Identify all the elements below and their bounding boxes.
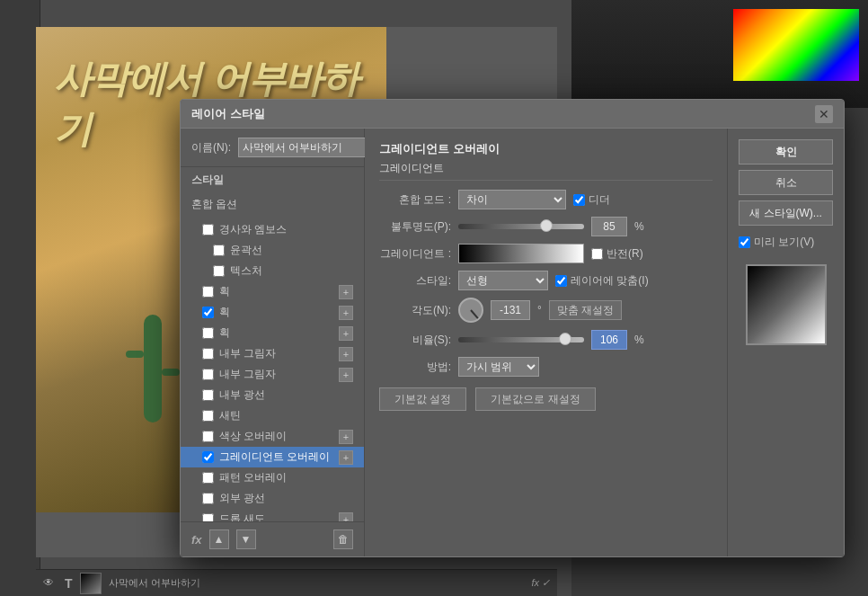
- angle-input[interactable]: [491, 300, 530, 320]
- scale-slider-thumb[interactable]: [559, 333, 571, 345]
- style-item-outer-glow[interactable]: 외부 광선: [181, 488, 364, 509]
- drop-shadow-checkbox[interactable]: [202, 513, 214, 521]
- style-item-texture[interactable]: 텍스처: [181, 261, 364, 281]
- dialog-close-button[interactable]: ✕: [815, 105, 833, 123]
- layer-visibility-icon[interactable]: 👁: [43, 576, 58, 591]
- method-select[interactable]: 가시 범위: [458, 357, 539, 377]
- contour-checkbox[interactable]: [213, 245, 225, 256]
- set-default-button[interactable]: 기본값 설정: [379, 387, 466, 411]
- scale-label: 비율(S):: [379, 333, 451, 348]
- gradient-overlay-checkbox[interactable]: [202, 451, 214, 463]
- blend-mode-select[interactable]: 차이: [458, 190, 566, 209]
- move-up-button[interactable]: ▲: [209, 529, 229, 549]
- method-row: 방법: 가시 범위: [379, 357, 713, 377]
- style-item-contour[interactable]: 윤곽선: [181, 240, 364, 261]
- preview-label: 미리 보기(V): [754, 235, 814, 250]
- outer-glow-checkbox[interactable]: [202, 493, 214, 504]
- opacity-slider[interactable]: [458, 224, 584, 229]
- stroke2-checkbox[interactable]: [202, 307, 214, 318]
- ok-button[interactable]: 확인: [739, 139, 833, 165]
- stroke2-label: 획: [219, 305, 333, 320]
- style-item-stroke3[interactable]: 획 +: [181, 323, 364, 343]
- scale-row: 비율(S): %: [379, 330, 713, 350]
- angle-needle: [470, 309, 478, 318]
- align-checkbox[interactable]: [555, 275, 567, 287]
- reverse-checkbox-label[interactable]: 반전(R): [591, 246, 643, 262]
- dither-checkbox-label[interactable]: 디더: [573, 192, 610, 208]
- bevel-checkbox[interactable]: [202, 224, 214, 236]
- name-section: 이름(N):: [181, 129, 364, 167]
- gradient-section-title: 그레이디언트 오버레이: [379, 141, 713, 157]
- move-down-button[interactable]: ▼: [236, 529, 256, 549]
- opacity-input[interactable]: [591, 217, 627, 236]
- stroke1-label: 획: [219, 284, 333, 299]
- delete-style-button[interactable]: 🗑: [333, 529, 353, 549]
- inner-shadow1-checkbox[interactable]: [202, 348, 214, 360]
- angle-reset-button[interactable]: 맞춤 재설정: [549, 300, 622, 320]
- satin-checkbox[interactable]: [202, 410, 214, 422]
- gradient-preview-swatch[interactable]: [458, 244, 584, 263]
- stroke2-add-button[interactable]: +: [339, 306, 353, 320]
- reset-default-button[interactable]: 기본값으로 재설정: [475, 387, 595, 411]
- color-overlay-checkbox[interactable]: [202, 431, 214, 442]
- gradient-sub-title: 그레이디언트: [379, 161, 713, 181]
- scale-input[interactable]: [591, 330, 627, 350]
- texture-label: 텍스처: [230, 263, 353, 279]
- style-item-bevel[interactable]: 경사와 엠보스: [181, 219, 364, 240]
- stroke3-add-button[interactable]: +: [339, 326, 353, 341]
- dither-label: 디더: [589, 192, 610, 208]
- preview-checkbox[interactable]: [739, 236, 750, 248]
- layer-fx-label: fx ✓: [531, 577, 550, 589]
- color-overlay-add-button[interactable]: +: [339, 430, 353, 444]
- style-item-color-overlay[interactable]: 색상 오버레이 +: [181, 426, 364, 447]
- drop-shadow-add-button[interactable]: +: [339, 512, 353, 522]
- scale-slider[interactable]: [458, 337, 584, 342]
- cancel-button[interactable]: 취소: [739, 170, 833, 195]
- angle-dial[interactable]: [458, 298, 483, 323]
- name-input[interactable]: [238, 138, 382, 157]
- stroke1-add-button[interactable]: +: [339, 285, 353, 299]
- dither-checkbox[interactable]: [573, 194, 585, 206]
- inner-glow-label: 내부 광선: [219, 387, 353, 403]
- inner-shadow2-add-button[interactable]: +: [339, 368, 353, 382]
- style-item-stroke1[interactable]: 획 +: [181, 281, 364, 302]
- new-style-button[interactable]: 새 스타일(W)...: [739, 200, 833, 226]
- style-item-stroke2[interactable]: 획 +: [181, 302, 364, 323]
- style-item-pattern-overlay[interactable]: 패턴 오버레이: [181, 467, 364, 488]
- layer-name-label: 사막에서 어부바하기: [109, 576, 200, 590]
- method-label: 방법:: [379, 360, 451, 375]
- style-row: 스타일: 선형 레이어에 맞춤(I): [379, 271, 713, 290]
- dialog-right-panel: 확인 취소 새 스타일(W)... 미리 보기(V): [727, 129, 844, 556]
- style-item-inner-shadow2[interactable]: 내부 그림자 +: [181, 364, 364, 385]
- style-item-gradient-overlay[interactable]: 그레이디언트 오버레이 +: [181, 447, 364, 467]
- stroke1-checkbox[interactable]: [202, 286, 214, 298]
- bevel-label: 경사와 엠보스: [219, 222, 353, 237]
- angle-label: 각도(N):: [379, 303, 451, 318]
- blend-options-header: 혼합 옵션: [181, 193, 364, 216]
- gradient-overlay-add-button[interactable]: +: [339, 450, 353, 465]
- pattern-overlay-checkbox[interactable]: [202, 472, 214, 484]
- fx-icon: fx: [191, 533, 202, 547]
- preview-checkbox-label[interactable]: 미리 보기(V): [739, 235, 833, 250]
- name-label: 이름(N):: [191, 140, 231, 156]
- texture-checkbox[interactable]: [213, 265, 225, 277]
- style-item-inner-shadow1[interactable]: 내부 그림자 +: [181, 343, 364, 364]
- style-select[interactable]: 선형: [458, 271, 548, 290]
- opacity-label: 불투명도(P):: [379, 219, 451, 235]
- align-label: 레이어에 맞춤(I): [571, 273, 649, 289]
- inner-shadow2-checkbox[interactable]: [202, 369, 214, 380]
- style-item-drop-shadow[interactable]: 드롭 새도 +: [181, 509, 364, 521]
- reverse-checkbox[interactable]: [591, 248, 603, 260]
- layer-style-dialog: 레이어 스타일 ✕ 이름(N): 스타일 혼합 옵션 경사와 엠보스: [180, 99, 845, 557]
- color-gradient-swatch[interactable]: [733, 9, 859, 81]
- opacity-slider-thumb[interactable]: [540, 219, 553, 232]
- style-item-inner-glow[interactable]: 내부 광선: [181, 385, 364, 405]
- inner-glow-checkbox[interactable]: [202, 389, 214, 401]
- stroke3-checkbox[interactable]: [202, 327, 214, 339]
- gradient-overlay-label: 그레이디언트 오버레이: [219, 449, 333, 465]
- align-checkbox-label[interactable]: 레이어에 맞춤(I): [555, 273, 649, 289]
- layer-thumbnail: [80, 573, 102, 594]
- inner-shadow1-add-button[interactable]: +: [339, 347, 353, 361]
- style-item-satin[interactable]: 새틴: [181, 405, 364, 426]
- tool-panel: [0, 0, 40, 596]
